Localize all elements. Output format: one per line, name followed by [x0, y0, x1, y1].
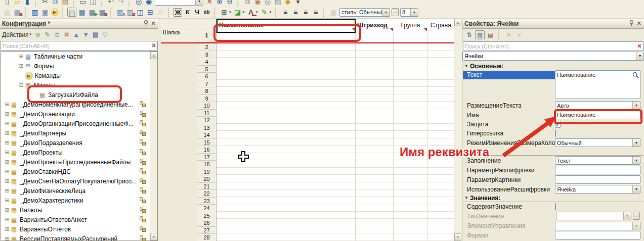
expander-plus-icon[interactable]: ⊞	[4, 207, 10, 213]
property-combo[interactable]: ▼	[556, 212, 631, 220]
properties-close-icon[interactable]: ✕	[636, 20, 642, 27]
row-header[interactable]: 15	[197, 139, 217, 147]
scroll-up-icon[interactable]: ▲	[150, 52, 157, 59]
copy-icon[interactable]: ⧉	[51, 0, 60, 6]
property-label[interactable]: Формат	[463, 232, 555, 239]
row-header[interactable]: 25	[197, 212, 217, 220]
chevron-down-icon[interactable]: ▼	[382, 9, 390, 16]
grid-cell[interactable]: Страна	[427, 19, 454, 33]
insert-picture-icon[interactable]: ▣	[329, 8, 338, 17]
tree-item[interactable]: ⊞▦_ДемоХарактеристики	[1, 196, 157, 205]
close-icon[interactable]: ✕	[150, 20, 156, 27]
syntax-check-icon[interactable]: ◉	[253, 0, 262, 6]
expander-plus-icon[interactable]: ⊞	[4, 226, 10, 232]
print-preview-icon[interactable]: ◫	[89, 0, 98, 6]
actions-menu[interactable]: Действия	[2, 31, 29, 38]
sheet-corner[interactable]	[161, 19, 217, 28]
important-info-icon[interactable]: ◆	[283, 0, 292, 6]
tree-item[interactable]: ⊞▦ВариантыОтчетов	[1, 224, 157, 234]
property-combo[interactable]: Ячейка▼	[555, 185, 640, 194]
row-header[interactable]: 18	[197, 161, 217, 168]
tree-item[interactable]: ⊞▦_ДемоФизическиеЛица	[1, 186, 157, 196]
align-right-icon[interactable]: ≡	[301, 8, 310, 17]
tree-item[interactable]: ⊞▤Формы	[1, 61, 157, 71]
font-size-combo[interactable]: 8▼	[400, 8, 418, 17]
row-header[interactable]: 20	[197, 175, 217, 183]
new-file-icon[interactable]: ▯	[3, 0, 12, 6]
split-window-h-icon[interactable]: ⊟	[146, 8, 155, 17]
section-collapse-icon[interactable]: ▼	[464, 64, 468, 68]
property-combo[interactable]: Обычный▼	[555, 138, 640, 147]
property-input[interactable]	[555, 231, 640, 239]
row-header[interactable]: 3	[197, 51, 217, 59]
sheet-scrollbar[interactable]: ▲ ▼	[454, 19, 461, 241]
object-selector-combo[interactable]: Ячейки ▼	[462, 52, 644, 61]
tree-item[interactable]: ⊞▦Табличные части	[1, 52, 157, 61]
align-left-icon[interactable]: ≡	[281, 8, 290, 17]
run-play-icon[interactable]: ▶	[51, 8, 59, 16]
property-label[interactable]: РазмещениеТекста	[463, 102, 555, 109]
delete-icon[interactable]: ✖	[62, 30, 71, 39]
delete-names-icon[interactable]: ▥✖	[125, 8, 135, 17]
property-combo[interactable]: Текст▼	[555, 156, 640, 165]
add-icon[interactable]: ⊕	[33, 30, 42, 39]
delete-row-icon[interactable]: ▦✖	[98, 8, 107, 17]
property-combo[interactable]: Авто▼	[555, 101, 640, 110]
grid-cell[interactable]: Штрихкод	[356, 19, 394, 33]
chevron-down-icon[interactable]: ▼	[410, 9, 418, 16]
row-header[interactable]: 27	[197, 227, 217, 234]
filter-icon[interactable]: ▽	[101, 30, 109, 39]
copy-item-icon[interactable]: ⧉	[53, 30, 61, 39]
row-header[interactable]: 26	[197, 219, 217, 227]
italic-button[interactable]: К	[183, 8, 192, 17]
tree-item[interactable]: ⊞▦_ДемоПроекты	[1, 148, 157, 157]
property-text-editor[interactable]: Наименование	[555, 70, 640, 99]
row-header[interactable]: 6	[197, 73, 217, 80]
filter-properties-icon[interactable]: ▤	[486, 30, 495, 39]
edit-document-icon[interactable]: ▤	[273, 0, 282, 6]
expander-plus-icon[interactable]: ⊞	[4, 130, 10, 136]
font-color-icon[interactable]: А▬	[246, 8, 255, 17]
sort-list-icon[interactable]: ▤	[91, 30, 100, 39]
group-by-category-icon[interactable]: ▦	[475, 30, 485, 39]
row-header[interactable]: 7	[197, 80, 217, 88]
expander-plus-icon[interactable]: ⊞	[4, 111, 10, 117]
discard-icon[interactable]: ✕	[504, 30, 513, 39]
style-combo[interactable]: стиль: Обычный шр▼	[339, 8, 390, 17]
align-justify-icon[interactable]: ≡	[311, 8, 320, 17]
expander-plus-icon[interactable]: ⊞	[4, 187, 10, 194]
expander-plus-icon[interactable]: ⊞	[4, 178, 10, 184]
property-section-header[interactable]: ▼Основные:	[463, 62, 643, 70]
sheet-scroll-up-icon[interactable]: ▲	[454, 19, 461, 26]
property-input[interactable]	[555, 175, 640, 184]
chevron-down-icon[interactable]: ▾	[270, 10, 272, 14]
add-row-icon[interactable]: ▦✚	[88, 8, 97, 17]
merge-cells-icon[interactable]: ▤	[67, 8, 76, 17]
global-search-icon[interactable]: ◎	[263, 0, 272, 6]
property-checkbox[interactable]	[555, 203, 556, 210]
chevron-down-icon[interactable]: ▼	[632, 139, 640, 147]
underline-button[interactable]: Ч	[193, 8, 201, 17]
redo-icon[interactable]: ↷	[116, 0, 125, 6]
copy-pages-icon[interactable]: ⧉	[243, 0, 252, 6]
tree-item[interactable]: ⊞▦ВерсииПоставляемыхРасширений	[1, 234, 157, 241]
config-search-clear-icon[interactable]: ✕	[150, 42, 157, 49]
tree-item[interactable]: ⊞▦_ДемоПроектыПрисоединенныеФайлы	[1, 157, 157, 167]
show-grid-icon[interactable]: ▦	[77, 8, 87, 17]
expander-plus-icon[interactable]: ⊞	[4, 235, 10, 241]
row-header[interactable]: 11	[197, 110, 217, 117]
expander-plus-icon[interactable]: ⊞	[4, 139, 10, 146]
chevron-down-icon[interactable]: ▾	[243, 10, 245, 14]
pin-icon[interactable]	[143, 20, 149, 27]
chevron-down-icon[interactable]: ▾	[229, 10, 231, 14]
sheet-scroll-down-icon[interactable]: ▼	[454, 233, 461, 241]
row-header[interactable]: 24	[197, 205, 217, 212]
fill-color-icon[interactable]: ◪	[233, 8, 242, 17]
expander-plus-icon[interactable]: ⊞	[4, 197, 10, 204]
ellipsis-button[interactable]: ...	[633, 212, 640, 220]
paste-icon[interactable]: ▤	[61, 0, 70, 6]
letter-spacing-button[interactable]: ab	[202, 8, 211, 17]
actions-caret-icon[interactable]: ▾	[30, 32, 32, 36]
row-header[interactable]: 23	[197, 198, 217, 205]
sheet-grid[interactable]	[217, 28, 454, 241]
